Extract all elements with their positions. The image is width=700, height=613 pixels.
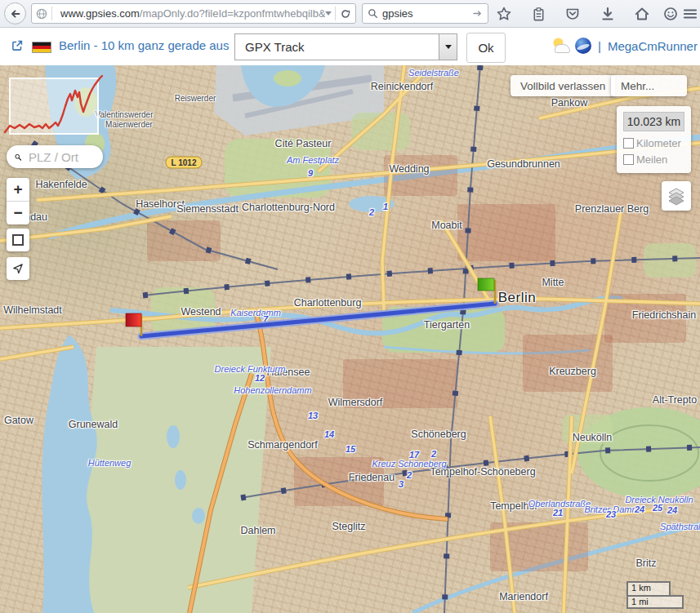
zoom-control: + − [7, 178, 29, 224]
search-input[interactable]: gpsies [382, 7, 471, 20]
locate-button[interactable] [7, 257, 29, 280]
map[interactable]: HakenfeldeSpandauHaselhorstSiemensstadtC… [0, 65, 700, 613]
unit-row-meilen[interactable]: Meilen [623, 153, 684, 166]
format-select[interactable]: GPX Track [234, 33, 457, 60]
more-button[interactable]: Mehr... [611, 75, 687, 96]
track-title-link[interactable]: Berlin - 10 km ganz gerade aus [59, 38, 229, 52]
scale-mi: 1 mi [626, 595, 684, 609]
search-icon [14, 151, 22, 163]
layers-button[interactable] [662, 181, 691, 211]
distance-value: 10.023 km [623, 112, 684, 131]
url-dropdown-icon[interactable] [325, 11, 332, 16]
fullscreen-button[interactable] [7, 229, 29, 251]
pocket-button[interactable] [564, 5, 582, 23]
pocket-icon [564, 6, 581, 22]
browser-toolbar: www.gpsies.com/mapOnly.do?fileId=kzponfm… [0, 0, 700, 28]
navigation-arrow-icon [11, 262, 25, 275]
back-icon [8, 7, 23, 21]
menu-icon [682, 6, 698, 22]
external-link-icon [10, 38, 25, 53]
bookmark-star-button[interactable] [495, 5, 513, 23]
scale-control: 1 km 1 mi [626, 581, 684, 609]
exit-fullscreen-button[interactable]: Vollbild verlassen [511, 75, 615, 96]
hello-button[interactable] [662, 5, 680, 23]
reload-icon[interactable] [339, 7, 352, 20]
bookmarks-icon [531, 7, 546, 22]
divider [51, 7, 52, 20]
zoom-out-button[interactable]: − [7, 202, 29, 224]
plz-ort-input[interactable] [27, 149, 96, 165]
divider [335, 7, 336, 20]
layers-icon [667, 186, 686, 206]
kilometer-label: Kilometer [636, 137, 681, 149]
menu-button[interactable] [681, 5, 699, 23]
hello-smiley-icon [662, 6, 679, 22]
home-button[interactable] [633, 5, 651, 23]
kilometer-checkbox[interactable] [623, 138, 634, 149]
gpsies-toolbar: Berlin - 10 km ganz gerade aus GPX Track… [0, 28, 700, 65]
browser-window: www.gpsies.com/mapOnly.do?fileId=kzponfm… [0, 0, 700, 613]
select-dropdown-button[interactable] [439, 34, 457, 60]
url-text[interactable]: www.gpsies.com/mapOnly.do?fileId=kzponfm… [60, 7, 325, 20]
weather-icon[interactable] [552, 38, 570, 54]
ok-button[interactable]: Ok [466, 33, 506, 63]
url-bar[interactable]: www.gpsies.com/mapOnly.do?fileId=kzponfm… [31, 3, 356, 24]
download-icon [600, 6, 616, 22]
map-search-box[interactable] [7, 145, 103, 168]
home-icon [634, 6, 650, 22]
distance-panel: 10.023 km Kilometer Meilen [617, 106, 691, 173]
german-flag-icon [32, 42, 51, 53]
chevron-down-icon [445, 45, 452, 49]
back-button[interactable] [4, 2, 26, 24]
fullscreen-icon [12, 234, 24, 246]
search-icon [367, 7, 379, 20]
scale-km: 1 km [626, 581, 671, 595]
username-link[interactable]: MegaCmRunner [608, 39, 698, 53]
divider: | [598, 39, 601, 53]
meilen-checkbox[interactable] [623, 154, 634, 165]
downloads-button[interactable] [599, 5, 617, 23]
map-tiles [0, 65, 700, 613]
go-arrow-icon[interactable] [471, 7, 484, 20]
meilen-label: Meilen [636, 153, 667, 166]
unit-row-kilometer[interactable]: Kilometer [623, 137, 684, 149]
site-globe-icon [35, 7, 48, 20]
format-select-value: GPX Track [235, 40, 439, 54]
zoom-in-button[interactable]: + [7, 178, 29, 201]
google-earth-icon[interactable] [575, 38, 591, 54]
bookmarks-menu-button[interactable] [529, 5, 547, 23]
open-external-button[interactable] [10, 38, 25, 56]
star-icon [496, 6, 512, 22]
search-bar[interactable]: gpsies [362, 3, 488, 24]
